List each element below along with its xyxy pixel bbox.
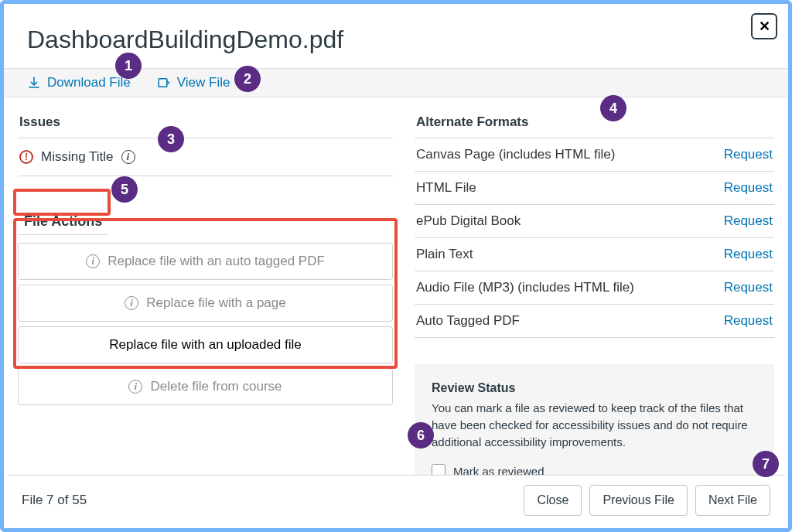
callout-badge-2: 2	[234, 66, 261, 92]
issue-row[interactable]: ! Missing Title i	[18, 138, 393, 176]
callout-badge-6: 6	[408, 422, 434, 448]
callout-badge-4: 4	[600, 95, 626, 121]
previous-file-button[interactable]: Previous File	[589, 485, 687, 516]
alt-format-row: ePub Digital Book Request	[415, 205, 774, 238]
alt-format-row: Plain Text Request	[415, 238, 774, 271]
request-link[interactable]: Request	[724, 147, 773, 162]
alt-format-row: Auto Tagged PDF Request	[415, 305, 774, 338]
request-link[interactable]: Request	[724, 180, 773, 196]
review-status-text: You can mark a file as reviewed to keep …	[432, 400, 757, 450]
issues-heading: Issues	[18, 111, 393, 138]
alt-format-label: Audio File (MP3) (includes HTML file)	[416, 280, 634, 295]
info-icon: i	[125, 296, 138, 310]
callout-badge-7: 7	[753, 451, 779, 477]
action-label: Delete file from course	[150, 379, 282, 394]
request-link[interactable]: Request	[724, 213, 773, 229]
alt-format-label: Plain Text	[416, 247, 473, 262]
info-icon: i	[128, 380, 142, 394]
view-file-link[interactable]: View File	[157, 75, 230, 90]
modal-footer: File 7 of 55 Close Previous File Next Fi…	[8, 475, 784, 524]
callout-badge-5: 5	[111, 176, 138, 203]
view-file-icon	[157, 76, 171, 90]
close-button[interactable]: Close	[524, 485, 582, 516]
alt-format-row: Audio File (MP3) (includes HTML file) Re…	[415, 271, 774, 305]
delete-file-button[interactable]: i Delete file from course	[18, 368, 393, 405]
close-modal-button[interactable]: ✕	[751, 13, 777, 39]
action-label: Replace file with an auto tagged PDF	[108, 254, 325, 269]
view-file-label: View File	[177, 75, 230, 90]
request-link[interactable]: Request	[724, 313, 773, 329]
callout-badge-1: 1	[115, 53, 142, 79]
file-actions-heading: File Actions	[18, 209, 108, 235]
file-actions-panel: i Replace file with an auto tagged PDF i…	[18, 243, 393, 405]
close-icon: ✕	[759, 18, 770, 35]
download-file-link[interactable]: Download File	[27, 75, 131, 90]
issue-label: Missing Title	[41, 149, 114, 165]
replace-auto-tagged-button[interactable]: i Replace file with an auto tagged PDF	[18, 243, 393, 280]
replace-with-page-button[interactable]: i Replace file with a page	[18, 285, 393, 322]
info-icon: i	[86, 254, 100, 268]
alt-format-label: Canvas Page (includes HTML file)	[416, 147, 615, 162]
request-link[interactable]: Request	[724, 280, 773, 295]
action-label: Replace file with an uploaded file	[109, 337, 302, 353]
callout-badge-3: 3	[158, 126, 184, 152]
alt-format-label: HTML File	[416, 180, 476, 196]
alt-format-label: ePub Digital Book	[416, 213, 521, 229]
download-file-label: Download File	[47, 75, 131, 90]
request-link[interactable]: Request	[724, 247, 773, 262]
action-label: Replace file with a page	[146, 295, 286, 311]
alt-format-row: HTML File Request	[415, 172, 774, 205]
info-icon[interactable]: i	[121, 150, 135, 164]
svg-rect-0	[159, 79, 167, 87]
alternate-formats-heading: Alternate Formats	[415, 111, 774, 138]
alert-icon: !	[19, 150, 33, 164]
next-file-button[interactable]: Next File	[695, 485, 770, 516]
file-count-label: File 7 of 55	[22, 493, 87, 508]
review-status-heading: Review Status	[432, 381, 757, 395]
alt-format-label: Auto Tagged PDF	[416, 313, 520, 329]
download-icon	[27, 76, 41, 90]
alt-format-row: Canvas Page (includes HTML file) Request	[415, 138, 774, 172]
replace-with-upload-button[interactable]: Replace file with an uploaded file	[18, 326, 393, 363]
